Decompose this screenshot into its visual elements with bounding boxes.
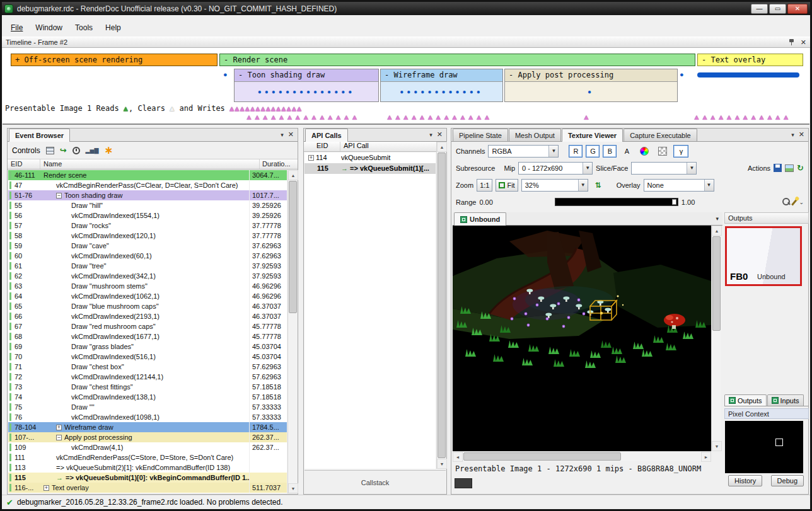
timeline-bar-offscreen[interactable]: + Off-screen scene rendering	[11, 54, 218, 66]
zoom-fit-button[interactable]: Fit	[496, 179, 518, 192]
bookmark-icon[interactable]: ∗	[104, 147, 113, 154]
writes-markers-overlay[interactable]: ▲▲▲▲▲▲▲▲▲▲▲▲	[693, 113, 791, 122]
draw-strip[interactable]	[697, 72, 799, 78]
api-call-row-selected[interactable]: 115 →=> vkQueueSubmit(1)[...	[304, 163, 436, 174]
channel-red-button[interactable]: R	[569, 145, 583, 158]
draw-dot[interactable]: ●	[680, 71, 684, 78]
event-browser-scrollbar[interactable]: ▲ ▼	[287, 170, 298, 493]
event-row[interactable]: 70vkCmdDrawIndexed(516,1)45.03704	[8, 352, 287, 362]
menu-window[interactable]: Window	[29, 21, 69, 35]
event-row[interactable]: 46-111Render scene3064.7...	[8, 170, 287, 180]
event-row[interactable]: 63Draw "mushroom stems"46.96296	[8, 281, 287, 291]
jump-to-eid-icon[interactable]: ↪	[60, 146, 67, 155]
scroll-up-icon[interactable]: ▲	[712, 226, 722, 236]
timeline-bar-render-scene[interactable]: - Render scene	[219, 54, 695, 66]
tab-mesh-output[interactable]: Mesh Output	[509, 129, 561, 141]
draw-dots-wireframe[interactable]: ●●●●●●●●●●●●	[400, 88, 483, 95]
channel-alpha-button[interactable]: A	[620, 145, 634, 158]
range-slider[interactable]	[555, 198, 678, 206]
scroll-thumb[interactable]	[712, 236, 721, 331]
menu-help[interactable]: Help	[99, 21, 127, 35]
tab-api-calls[interactable]: API Calls	[305, 129, 348, 142]
gamma-button[interactable]: γ	[673, 145, 688, 158]
event-row[interactable]: 60vkCmdDrawIndexed(60,1)37.62963	[8, 251, 287, 261]
event-row[interactable]: 59Draw "cave"37.62963	[8, 241, 287, 251]
panel-menu-icon[interactable]: ▾	[281, 132, 284, 138]
timeline-section-toon[interactable]: - Toon shading draw ●●●●●●●●●●●●●●	[234, 69, 379, 102]
event-row[interactable]: 69Draw "grass blades"45.03704	[8, 342, 287, 352]
expander-icon[interactable]: −	[56, 193, 62, 198]
event-row[interactable]: 55Draw "hill"39.25926	[8, 200, 287, 210]
scroll-thumb[interactable]	[289, 181, 297, 313]
tab-pipeline-state[interactable]: Pipeline State	[453, 129, 508, 141]
tab-event-browser[interactable]: Event Browser	[9, 129, 70, 142]
channels-dropdown[interactable]: RGBA ▼	[488, 145, 559, 158]
event-row[interactable]: 115→=> vkQueueSubmit(1)[0]: vkBeginComma…	[8, 473, 287, 483]
colorwheel-button[interactable]	[637, 145, 652, 158]
event-row[interactable]: 58vkCmdDrawIndexed(120,1)37.77778	[8, 231, 287, 241]
close-panel-icon[interactable]: ✕	[288, 131, 294, 138]
event-row[interactable]: 47vkCmdBeginRenderPass(C=Clear, D=Clear,…	[8, 180, 287, 190]
event-row[interactable]: 78-104+Wireframe draw1784.5...	[8, 422, 287, 432]
texture-display[interactable]	[453, 226, 711, 451]
timeline-toggle-icon[interactable]	[46, 147, 54, 154]
maximize-button[interactable]: ▭	[769, 4, 786, 14]
writes-markers[interactable]: ▲▲▲▲▲▲▲▲▲▲▲▲▲▲	[229, 104, 302, 113]
range-handle[interactable]	[672, 199, 676, 205]
pixel-context-display[interactable]	[725, 421, 803, 473]
tab-unbound-texture[interactable]: Unbound	[454, 212, 506, 226]
zoom-dropdown[interactable]: 32% ▼	[521, 179, 588, 192]
open-image-icon[interactable]	[785, 164, 794, 172]
panel-menu-icon[interactable]: ▾	[791, 132, 794, 138]
timeline-section-postprocess[interactable]: - Apply post processing ●	[504, 69, 678, 102]
statistics-icon[interactable]: ▂▅▇	[86, 147, 99, 154]
event-row[interactable]: 64vkCmdDrawIndexed(1062,1)46.96296	[8, 291, 287, 301]
close-button[interactable]: ✕	[787, 4, 808, 14]
menu-file[interactable]: File	[4, 21, 29, 35]
scroll-up-icon[interactable]: ▲	[437, 142, 447, 152]
scroll-right-icon[interactable]: ►	[701, 452, 711, 462]
tab-texture-viewer[interactable]: Texture Viewer	[562, 129, 623, 142]
flip-y-button[interactable]: ⇅	[591, 179, 605, 192]
timeline-section-wireframe[interactable]: - Wireframe draw ●●●●●●●●●●●●	[380, 69, 503, 102]
tab-inputs[interactable]: Inputs	[767, 394, 804, 406]
expander-icon[interactable]: −	[56, 435, 62, 440]
texture-list-icon[interactable]: ▾	[716, 215, 719, 222]
event-row[interactable]: 68vkCmdDrawIndexed(1677,1)45.77778	[8, 331, 287, 342]
texture-hscrollbar[interactable]: ◄ ►	[453, 451, 711, 461]
close-panel-icon[interactable]: ✕	[437, 131, 443, 138]
event-row[interactable]: 111vkCmdEndRenderPass(C=Store, D=Store, …	[8, 452, 287, 462]
menu-tools[interactable]: Tools	[69, 21, 99, 35]
save-texture-icon[interactable]	[774, 164, 782, 172]
event-row[interactable]: 51-76−Toon shading draw1017.7...	[8, 190, 287, 200]
scroll-up-icon[interactable]: ▲	[288, 170, 298, 180]
minimize-button[interactable]: —	[751, 4, 768, 14]
histogram-wand-icon[interactable]	[792, 198, 799, 206]
draw-dot-postprocess[interactable]: ●	[588, 88, 594, 95]
background-checker-button[interactable]	[655, 145, 670, 158]
history-button[interactable]: History	[728, 475, 762, 486]
overlay-dropdown[interactable]: None ▼	[644, 179, 714, 192]
texture-vscrollbar[interactable]: ▲ ▼	[711, 226, 721, 451]
scroll-thumb[interactable]	[463, 452, 621, 461]
draw-dots-toon[interactable]: ●●●●●●●●●●●●●●	[258, 88, 356, 95]
panel-menu-icon[interactable]: ▾	[429, 132, 432, 138]
close-panel-icon[interactable]: ✕	[799, 131, 804, 138]
slice-face-dropdown[interactable]: ▼	[631, 162, 697, 175]
event-row[interactable]: 66vkCmdDrawIndexed(2193,1)46.37037	[8, 311, 287, 321]
event-row[interactable]: 107-...−Apply post processing262.37...	[8, 432, 287, 442]
channel-blue-button[interactable]: B	[603, 145, 617, 158]
event-row[interactable]: 62vkCmdDrawIndexed(342,1)37.92593	[8, 271, 287, 281]
close-panel-icon[interactable]: ✕	[801, 39, 806, 46]
event-row[interactable]: 74vkCmdDrawIndexed(138,1)57.18518	[8, 392, 287, 402]
range-options-icon[interactable]: ⌄	[799, 199, 804, 205]
tab-outputs[interactable]: Outputs	[724, 394, 767, 406]
time-draws-icon[interactable]	[72, 147, 80, 154]
event-row[interactable]: 65Draw "blue mushroom caps"46.37037	[8, 301, 287, 311]
zoom-1to1-button[interactable]: 1:1	[477, 179, 492, 192]
event-row[interactable]: 57Draw "rocks"37.77778	[8, 221, 287, 231]
writes-markers-toon[interactable]: ▲▲▲▲▲▲▲▲▲▲▲▲▲▲	[245, 113, 359, 122]
event-row[interactable]: 76vkCmdDrawIndexed(1098,1)57.33333	[8, 412, 287, 422]
channel-green-button[interactable]: G	[586, 145, 600, 158]
event-row[interactable]: 61Draw "tree"37.92593	[8, 261, 287, 271]
